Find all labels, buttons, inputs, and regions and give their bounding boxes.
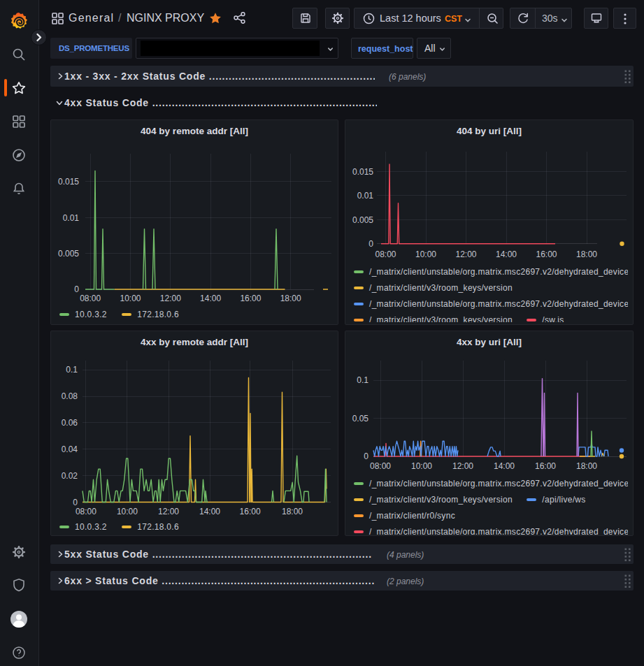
svg-text:10:00: 10:00	[411, 461, 432, 471]
svg-text:16:00: 16:00	[240, 294, 261, 303]
svg-text:0.015: 0.015	[352, 167, 373, 177]
svg-text:14:00: 14:00	[199, 507, 220, 516]
svg-text:0: 0	[74, 284, 79, 294]
svg-text:0.005: 0.005	[58, 249, 79, 259]
svg-text:12:00: 12:00	[455, 249, 476, 259]
svg-text:10:00: 10:00	[117, 507, 138, 516]
svg-text:0: 0	[368, 239, 373, 249]
svg-text:0.06: 0.06	[62, 418, 78, 428]
svg-text:14:00: 14:00	[496, 249, 517, 259]
svg-text:0.1: 0.1	[357, 375, 368, 385]
svg-text:0.01: 0.01	[63, 213, 80, 223]
svg-text:0: 0	[364, 451, 368, 461]
svg-text:12:00: 12:00	[158, 507, 179, 516]
svg-text:0.005: 0.005	[352, 215, 373, 225]
svg-text:16:00: 16:00	[240, 507, 261, 516]
svg-text:18:00: 18:00	[282, 507, 303, 516]
svg-text:0.02: 0.02	[62, 471, 78, 481]
svg-text:08:00: 08:00	[76, 507, 96, 516]
svg-text:0.04: 0.04	[62, 444, 78, 454]
svg-text:18:00: 18:00	[576, 249, 597, 259]
svg-text:12:00: 12:00	[452, 461, 473, 471]
svg-text:18:00: 18:00	[280, 294, 301, 303]
svg-text:16:00: 16:00	[536, 249, 557, 259]
svg-text:08:00: 08:00	[375, 249, 396, 259]
svg-text:08:00: 08:00	[370, 461, 391, 471]
svg-text:18:00: 18:00	[576, 461, 597, 471]
svg-text:0.08: 0.08	[62, 391, 78, 401]
svg-text:14:00: 14:00	[200, 294, 221, 303]
svg-text:0: 0	[73, 498, 78, 507]
svg-text:16:00: 16:00	[535, 461, 556, 471]
svg-text:0.015: 0.015	[58, 177, 79, 187]
svg-text:0.1: 0.1	[66, 365, 78, 375]
svg-text:0.05: 0.05	[352, 414, 369, 424]
svg-text:08:00: 08:00	[80, 294, 101, 303]
svg-text:14:00: 14:00	[494, 461, 515, 471]
svg-text:12:00: 12:00	[160, 294, 181, 303]
svg-text:10:00: 10:00	[120, 294, 141, 303]
svg-text:10:00: 10:00	[415, 249, 436, 259]
svg-text:0.01: 0.01	[357, 191, 374, 201]
